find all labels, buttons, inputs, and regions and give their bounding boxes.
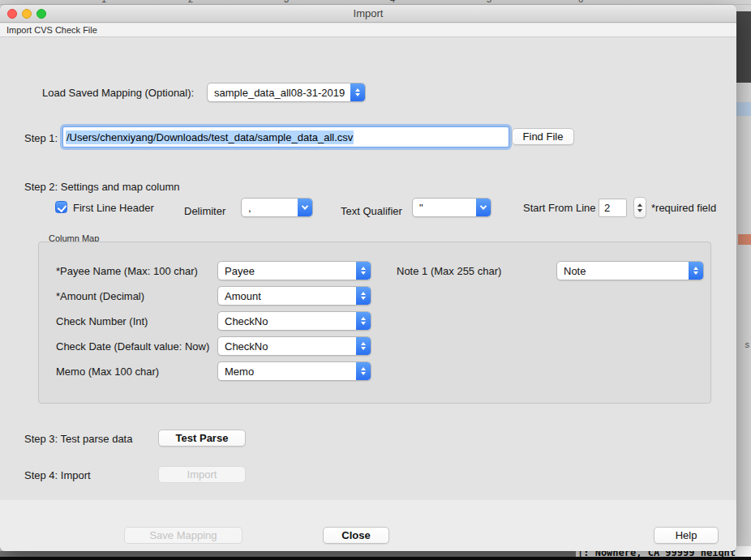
chevron-down-icon bbox=[298, 199, 312, 216]
ruler-number: 3 bbox=[284, 0, 289, 4]
column-map-groupbox: *Payee Name (Max: 100 char) Payee *Amoun… bbox=[38, 242, 711, 404]
dialog-footer: Save Mapping Close Help bbox=[0, 500, 736, 551]
delimiter-label: Delimiter bbox=[184, 205, 225, 217]
payee-name-value: Payee bbox=[218, 265, 356, 277]
dropdown-arrows-icon bbox=[356, 362, 371, 380]
first-line-header-checkbox[interactable] bbox=[55, 201, 67, 213]
dropdown-arrows-icon bbox=[350, 83, 365, 101]
window-title: Import bbox=[0, 7, 736, 19]
step1-label: Step 1: bbox=[24, 132, 58, 144]
stepper-down-icon bbox=[637, 209, 642, 212]
memo-value: Memo bbox=[218, 365, 356, 378]
import-dialog-window: Import Import CVS Check File Load Saved … bbox=[0, 5, 736, 551]
load-mapping-value: sample_data_all08-31-2019 bbox=[208, 87, 350, 99]
tab-import-cvs-check-file[interactable]: Import CVS Check File bbox=[6, 25, 97, 35]
background-red-fragment bbox=[738, 234, 751, 245]
step3-label: Step 3: Test parse data bbox=[24, 433, 132, 445]
load-mapping-label: Load Saved Mapping (Optional): bbox=[42, 87, 194, 99]
memo-label: Memo (Max 100 char) bbox=[56, 365, 159, 378]
payee-name-label: *Payee Name (Max: 100 char) bbox=[56, 265, 198, 277]
ruler-number: 4 bbox=[390, 0, 395, 4]
help-button[interactable]: Help bbox=[654, 527, 719, 544]
background-black-bar bbox=[0, 557, 751, 560]
close-button[interactable]: Close bbox=[323, 527, 389, 544]
ruler-number: 1 bbox=[101, 0, 106, 4]
amount-label: *Amount (Decimal) bbox=[56, 290, 144, 302]
note1-label: Note 1 (Max 255 char) bbox=[397, 265, 501, 277]
text-qualifier-label: Text Qualifier bbox=[341, 205, 402, 217]
payee-name-dropdown[interactable]: Payee bbox=[217, 261, 371, 280]
find-file-button[interactable]: Find File bbox=[512, 128, 574, 145]
memo-dropdown[interactable]: Memo bbox=[217, 361, 371, 381]
check-number-dropdown[interactable]: CheckNo bbox=[217, 311, 371, 331]
dropdown-arrows-icon bbox=[356, 262, 371, 280]
title-bar[interactable]: Import bbox=[0, 5, 736, 23]
background-right-strip: s bbox=[736, 5, 751, 551]
check-date-dropdown[interactable]: CheckNo bbox=[217, 336, 371, 356]
step2-label: Step 2: Settings and map column bbox=[24, 181, 180, 193]
dropdown-arrows-icon bbox=[356, 287, 371, 305]
stepper-up-icon bbox=[637, 203, 642, 207]
check-date-value: CheckNo bbox=[218, 340, 356, 353]
check-number-label: Check Number (Int) bbox=[56, 315, 148, 327]
amount-dropdown[interactable]: Amount bbox=[217, 286, 371, 306]
file-path-input[interactable]: /Users/chenxiyang/Downloads/test_data/sa… bbox=[62, 126, 509, 147]
amount-value: Amount bbox=[218, 290, 356, 302]
test-parse-button[interactable]: Test Parse bbox=[158, 430, 246, 447]
ruler-number: 2 bbox=[188, 0, 193, 4]
delimiter-value: , bbox=[242, 202, 298, 214]
ruler-number: 5 bbox=[487, 0, 491, 4]
background-dark-block bbox=[736, 11, 751, 83]
start-from-line-input[interactable]: 2 bbox=[599, 199, 627, 217]
note1-dropdown[interactable]: Note bbox=[556, 261, 704, 280]
text-qualifier-combobox[interactable]: " bbox=[412, 198, 491, 217]
first-line-header-label: First Line Header bbox=[73, 202, 154, 214]
tab-strip: Import CVS Check File bbox=[0, 24, 736, 37]
import-button[interactable]: Import bbox=[158, 466, 246, 483]
start-from-line-stepper[interactable] bbox=[633, 197, 646, 218]
check-number-value: CheckNo bbox=[218, 315, 356, 327]
note1-value: Note bbox=[557, 265, 689, 277]
text-qualifier-value: " bbox=[413, 202, 476, 214]
dropdown-arrows-icon bbox=[689, 262, 703, 280]
background-text-fragment: s bbox=[745, 340, 750, 349]
dialog-content: Load Saved Mapping (Optional): sample_da… bbox=[0, 37, 736, 500]
delimiter-combobox[interactable]: , bbox=[241, 198, 313, 217]
dropdown-arrows-icon bbox=[356, 312, 371, 330]
start-from-line-label: Start From Line bbox=[523, 202, 596, 214]
step4-label: Step 4: Import bbox=[24, 469, 91, 481]
dropdown-arrows-icon bbox=[356, 337, 371, 355]
load-mapping-dropdown[interactable]: sample_data_all08-31-2019 bbox=[207, 83, 366, 102]
save-mapping-button[interactable]: Save Mapping bbox=[124, 527, 242, 544]
ruler-number: 6 bbox=[578, 0, 583, 4]
file-path-selected-text: /Users/chenxiyang/Downloads/test_data/sa… bbox=[66, 130, 354, 144]
check-date-label: Check Date (Default value: Now) bbox=[56, 340, 209, 353]
required-field-note: *required field bbox=[651, 202, 716, 214]
chevron-down-icon bbox=[476, 199, 491, 216]
background-blue-fragment bbox=[736, 102, 751, 116]
